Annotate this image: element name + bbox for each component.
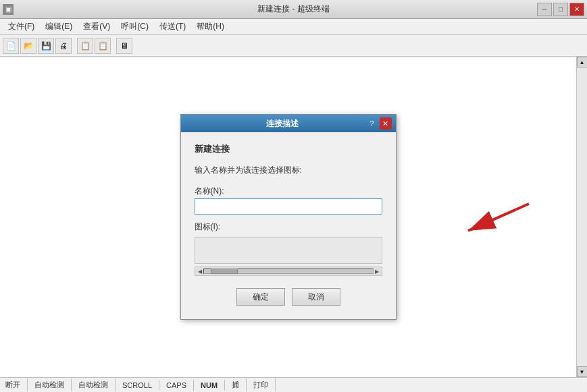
toolbar-terminal[interactable]: 🖥 xyxy=(116,38,132,54)
scroll-down[interactable]: ▼ xyxy=(577,366,588,377)
dialog-close-button[interactable]: ✕ xyxy=(380,117,392,130)
window-title: 新建连接 - 超级终端 xyxy=(257,3,330,15)
icon-label: 图标(I): xyxy=(195,221,382,233)
icon-scrollbar-track xyxy=(203,269,374,274)
title-bar-controls: ─ □ ✕ xyxy=(537,3,584,16)
status-disconnect: 断开 xyxy=(3,379,28,391)
status-autodetect2: 自动检测 xyxy=(72,379,116,391)
icon-scrollbar-thumb[interactable] xyxy=(211,269,238,274)
dialog-body: 新建连接 输入名称并为该连接选择图标: 名称(N): 图标(I): ◀ xyxy=(181,132,396,319)
dialog-section-title: 新建连接 xyxy=(195,143,382,155)
app-icon: ▣ xyxy=(3,4,14,15)
scroll-up[interactable]: ▲ xyxy=(577,57,588,67)
menu-file[interactable]: 文件(F) xyxy=(3,20,40,34)
toolbar-save[interactable]: 💾 xyxy=(38,38,54,54)
main-scrollbar[interactable]: ▲ ▼ xyxy=(576,57,587,377)
menu-call[interactable]: 呼叫(C) xyxy=(116,20,154,34)
window-close-button[interactable]: ✕ xyxy=(569,3,584,16)
title-bar: ▣ 新建连接 - 超级终端 ─ □ ✕ xyxy=(0,0,587,19)
icon-grid[interactable] xyxy=(195,237,382,264)
status-scroll: SCROLL xyxy=(116,380,159,391)
toolbar: 📄 📂 💾 🖨 📋 📋 🖥 xyxy=(0,35,587,57)
maximize-button[interactable]: □ xyxy=(553,3,568,16)
name-input[interactable] xyxy=(195,198,382,215)
ok-button[interactable]: 确定 xyxy=(236,288,285,306)
minimize-button[interactable]: ─ xyxy=(537,3,552,16)
icon-scrollbar: ◀ ▶ xyxy=(195,267,382,276)
dialog-title-bar: 连接描述 ? ✕ xyxy=(181,115,396,132)
menu-transfer[interactable]: 传送(T) xyxy=(154,20,191,34)
status-print: 打印 xyxy=(247,379,276,391)
name-label: 名称(N): xyxy=(195,186,382,197)
arrow-indicator xyxy=(455,197,536,240)
icon-scroll-right[interactable]: ▶ xyxy=(374,269,380,275)
status-caps: CAPS xyxy=(159,380,194,391)
toolbar-open[interactable]: 📂 xyxy=(20,38,36,54)
svg-line-1 xyxy=(468,204,529,231)
status-num: NUM xyxy=(194,380,225,391)
dialog-description: 输入名称并为该连接选择图标: xyxy=(195,165,382,176)
name-field-group: 名称(N): xyxy=(195,186,382,215)
title-bar-left: ▣ xyxy=(3,4,14,15)
dialog-title-controls: ? ✕ xyxy=(366,117,392,130)
menu-view[interactable]: 查看(V) xyxy=(78,20,116,34)
icon-field-group: 图标(I): ◀ ▶ xyxy=(195,221,382,276)
connection-dialog: 连接描述 ? ✕ 新建连接 输入名称并为该连接选择图标: 名称(N): 图标 xyxy=(180,114,397,320)
icon-scroll-left[interactable]: ◀ xyxy=(197,269,203,275)
menu-help[interactable]: 帮助(H) xyxy=(191,20,230,34)
status-autodetect1: 自动检测 xyxy=(28,379,72,391)
dialog-buttons: 确定 取消 xyxy=(195,283,382,308)
cancel-button[interactable]: 取消 xyxy=(292,288,340,306)
status-bar: 断开 自动检测 自动检测 SCROLL CAPS NUM 捕 打印 xyxy=(0,377,587,392)
main-area: ▲ ▼ 连接描述 ? ✕ 新建连接 输入名称并为该连接选择图标: xyxy=(0,57,587,377)
toolbar-print[interactable]: 🖨 xyxy=(55,38,72,54)
toolbar-new[interactable]: 📄 xyxy=(3,38,19,54)
dialog-help-button[interactable]: ? xyxy=(366,117,378,130)
dialog-overlay: 连接描述 ? ✕ 新建连接 输入名称并为该连接选择图标: 名称(N): 图标 xyxy=(0,57,576,377)
menu-bar: 文件(F) 编辑(E) 查看(V) 呼叫(C) 传送(T) 帮助(H) xyxy=(0,19,587,35)
toolbar-paste[interactable]: 📋 xyxy=(95,38,111,54)
toolbar-copy[interactable]: 📋 xyxy=(77,38,93,54)
menu-edit[interactable]: 编辑(E) xyxy=(40,20,78,34)
status-capture: 捕 xyxy=(225,379,247,391)
dialog-title: 连接描述 xyxy=(199,118,366,130)
